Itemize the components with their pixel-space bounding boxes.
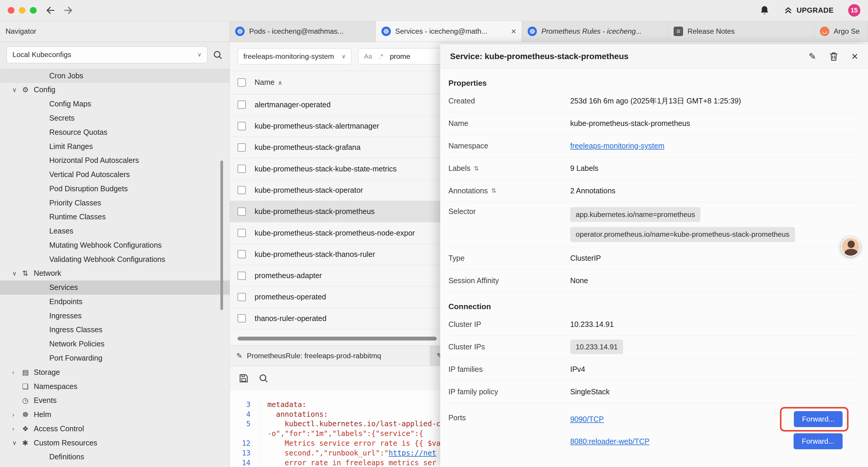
minimize-window-button[interactable] [19, 7, 25, 13]
maximize-window-button[interactable] [30, 7, 36, 13]
sidebar-item-ingress-classes[interactable]: Ingress Classes [0, 323, 229, 337]
sidebar-search-icon[interactable] [213, 50, 223, 60]
sidebar-item-events[interactable]: ◷ Events [0, 393, 229, 408]
name-column-header[interactable]: Name∧ [255, 78, 282, 87]
assistant-avatar[interactable] [841, 237, 860, 257]
editor-search-icon[interactable] [258, 373, 269, 383]
selector-chip[interactable]: app.kubernetes.io/name=prometheus [570, 207, 701, 222]
close-window-button[interactable] [8, 7, 14, 13]
close-panel-icon[interactable]: × [851, 51, 858, 62]
tab-close-icon[interactable]: × [511, 27, 517, 36]
row-checkbox[interactable] [238, 100, 246, 109]
match-case-toggle[interactable]: Aa [364, 53, 372, 60]
sidebar-item-validating-webhook-configurations[interactable]: Validating Webhook Configurations [0, 252, 229, 266]
sidebar-group-config[interactable]: ∨ ⚙ Config [0, 83, 229, 97]
sidebar-item-pod-disruption-budgets[interactable]: Pod Disruption Budgets [0, 181, 229, 196]
row-checkbox[interactable] [238, 165, 246, 173]
port-link[interactable]: 8080:reloader-web/TCP [570, 437, 649, 446]
tree-item-label: Storage [34, 368, 60, 377]
sidebar-item-resource-quotas[interactable]: Resource Quotas [0, 125, 229, 139]
delete-service-icon[interactable] [829, 52, 838, 61]
tab[interactable]: Prometheus Rules - icecheng... [522, 21, 668, 42]
line-content: metadata: [260, 400, 306, 410]
tree-item-label: Namespaces [34, 382, 78, 391]
save-icon[interactable] [239, 373, 249, 383]
notifications-bell-icon[interactable] [760, 5, 770, 16]
port-link[interactable]: 9090/TCP [570, 415, 604, 424]
sidebar-item-secrets[interactable]: Secrets [0, 111, 229, 125]
sidebar-item-network-policies[interactable]: Network Policies [0, 337, 229, 351]
row-checkbox[interactable] [238, 122, 246, 130]
row-checkbox[interactable] [238, 143, 246, 152]
forward-button[interactable]: Forward... [794, 411, 843, 427]
row-checkbox[interactable] [238, 314, 246, 322]
sidebar-item-port-forwarding[interactable]: Port Forwarding [0, 351, 229, 365]
tab[interactable]: Release Notes [668, 21, 814, 42]
tab-label: Services - icecheng@math... [395, 27, 488, 35]
row-checkbox[interactable] [238, 293, 246, 301]
selector-chip[interactable]: operator.prometheus.io/name=kube-prometh… [570, 227, 795, 242]
row-checkbox[interactable] [238, 186, 246, 194]
detail-row-cluster-ip: Cluster IP 10.233.14.91 [448, 313, 857, 336]
namespace-dropdown[interactable]: freeleaps-monitoring-system ∨ [238, 48, 351, 64]
sidebar-item-priority-classes[interactable]: Priority Classes [0, 196, 229, 210]
tree-item-label: Cron Jobs [49, 71, 83, 80]
tree-caret-icon[interactable]: › [12, 369, 22, 376]
port-row: 9090/TCP Forward... [570, 408, 857, 430]
sidebar-item-ingresses[interactable]: Ingresses [0, 309, 229, 323]
edit-service-icon[interactable]: ✎ [809, 51, 816, 61]
tab[interactable]: Pods - icecheng@mathmas... [230, 21, 376, 42]
row-checkbox[interactable] [238, 250, 246, 258]
select-all-checkbox[interactable] [238, 78, 246, 87]
line-content: annotations: [260, 410, 328, 419]
row-checkbox[interactable] [238, 207, 246, 216]
sidebar-group-helm[interactable]: › ☸ Helm [0, 408, 229, 422]
sidebar-group-custom-resources[interactable]: ∨ ✱ Custom Resources [0, 436, 229, 450]
row-checkbox[interactable] [238, 229, 246, 237]
sidebar-item-namespaces[interactable]: ❏ Namespaces [0, 379, 229, 393]
back-icon[interactable] [45, 6, 56, 15]
tree-caret-icon[interactable]: ∨ [12, 439, 22, 446]
dock-tab[interactable]: ✎ PrometheusRule: freeleaps-prod-rabbitm… [230, 346, 430, 366]
sidebar-item-services[interactable]: Services [0, 281, 229, 295]
sidebar-item-endpoints[interactable]: Endpoints [0, 295, 229, 309]
tab-label: Release Notes [687, 27, 735, 35]
sidebar-group-network[interactable]: ∨ ⇅ Network [0, 266, 229, 281]
sidebar-scrollbar[interactable] [220, 160, 223, 310]
namespace-link[interactable]: freeleaps-monitoring-system [570, 142, 664, 150]
upgrade-button[interactable]: UPGRADE [784, 6, 834, 15]
service-name: alertmanager-operated [255, 100, 331, 109]
sidebar-item-vertical-pod-autoscalers[interactable]: Vertical Pod Autoscalers [0, 168, 229, 182]
sidebar-item-leases[interactable]: Leases [0, 224, 229, 238]
tree-caret-icon[interactable]: ∨ [12, 86, 22, 93]
sidebar-item-limit-ranges[interactable]: Limit Ranges [0, 139, 229, 153]
tree-caret-icon[interactable]: › [12, 425, 22, 432]
sidebar-group-storage[interactable]: › ▤ Storage [0, 365, 229, 379]
row-checkbox[interactable] [238, 272, 246, 280]
expand-toggle-icon[interactable]: ⇅ [491, 187, 496, 194]
forward-icon[interactable] [63, 6, 73, 15]
table-horizontal-scrollbar[interactable] [238, 337, 437, 341]
sidebar-item-config-maps[interactable]: Config Maps [0, 97, 229, 111]
sidebar-item-mutating-webhook-configurations[interactable]: Mutating Webhook Configurations [0, 238, 229, 253]
detail-panel-header: Service: kube-prometheus-stack-prometheu… [440, 44, 868, 68]
tab[interactable]: Services - icecheng@math... × [376, 21, 522, 42]
sidebar-item-cron-jobs[interactable]: Cron Jobs [0, 68, 229, 83]
kubeconfig-selector[interactable]: Local Kubeconfigs ∨ [6, 47, 207, 63]
sidebar-item-horizontal-pod-autoscalers[interactable]: Horizontal Pod Autoscalers [0, 153, 229, 168]
expand-toggle-icon[interactable]: ⇅ [473, 165, 478, 172]
regex-toggle[interactable]: .* [379, 53, 383, 60]
tree-caret-icon[interactable]: ∨ [12, 270, 22, 277]
sidebar-item-runtime-classes[interactable]: Runtime Classes [0, 210, 229, 224]
tree-caret-icon[interactable]: › [12, 411, 22, 418]
cluster-ip-chip[interactable]: 10.233.14.91 [570, 340, 623, 354]
notification-count-badge[interactable]: 15 [848, 4, 860, 16]
tree-item-label: Runtime Classes [49, 212, 106, 221]
forward-button-highlight: Forward... [780, 407, 848, 432]
line-number [230, 429, 260, 439]
sidebar-group-access-control[interactable]: › ❖ Access Control [0, 421, 229, 436]
line-content: kubectl.kubernetes.io/last-applied-co [260, 419, 445, 429]
sidebar-item-definitions[interactable]: Definitions [0, 450, 229, 464]
forward-button[interactable]: Forward... [794, 433, 843, 449]
tab[interactable]: Argo Se [814, 21, 868, 42]
